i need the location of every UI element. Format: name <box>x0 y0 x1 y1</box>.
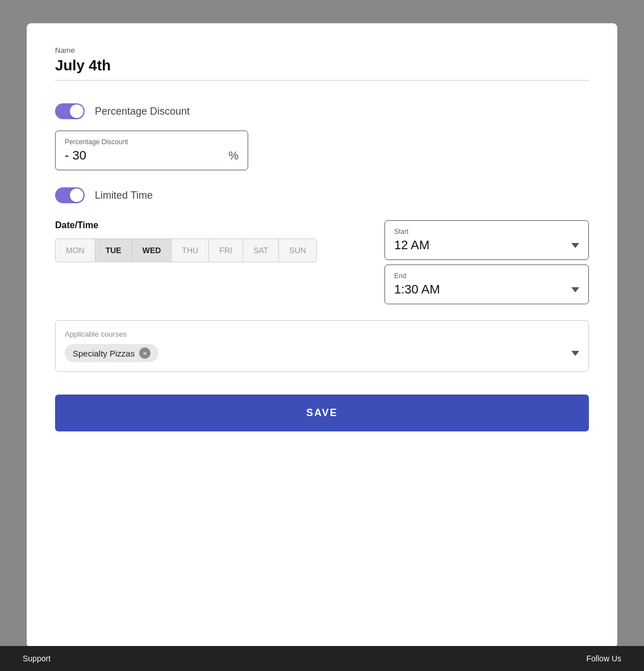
day-button-sun[interactable]: SUN <box>279 239 316 262</box>
courses-label: Applicable courses <box>65 330 579 338</box>
name-label: Name <box>55 46 589 54</box>
applicable-courses-section: Applicable courses Specialty Pizzas× <box>55 320 589 372</box>
end-time-row: 1:30 AM <box>394 282 579 297</box>
end-label: End <box>394 272 579 280</box>
datetime-section: Date/Time MONTUEWEDTHUFRISATSUN Start 12… <box>55 220 589 304</box>
start-time-value: 12 AM <box>394 238 429 253</box>
percentage-discount-toggle[interactable] <box>55 103 85 119</box>
day-button-tue[interactable]: TUE <box>95 239 132 262</box>
day-button-thu[interactable]: THU <box>172 239 209 262</box>
end-time-dropdown[interactable]: End 1:30 AM <box>384 265 589 304</box>
start-time-row: 12 AM <box>394 238 579 253</box>
day-button-wed[interactable]: WED <box>132 239 172 262</box>
start-time-dropdown[interactable]: Start 12 AM <box>384 220 589 260</box>
start-chevron-down-icon <box>571 243 579 248</box>
datetime-left: Date/Time MONTUEWEDTHUFRISATSUN <box>55 220 367 262</box>
toggle-knob-2 <box>70 188 83 202</box>
courses-row: Specialty Pizzas× <box>65 344 579 362</box>
course-tag-remove-button[interactable]: × <box>139 347 150 359</box>
day-button-sat[interactable]: SAT <box>243 239 279 262</box>
courses-chevron-down-icon[interactable] <box>571 351 579 356</box>
discount-percent: % <box>228 149 239 162</box>
limited-time-toggle[interactable] <box>55 187 85 203</box>
datetime-title: Date/Time <box>55 220 367 230</box>
bottom-bar: Support Follow Us <box>0 646 644 671</box>
percentage-discount-toggle-row: Percentage Discount <box>55 103 589 119</box>
course-tag-label: Specialty Pizzas <box>73 349 135 358</box>
tags-container: Specialty Pizzas× <box>65 344 158 362</box>
end-time-value: 1:30 AM <box>394 282 440 297</box>
follow-us-link[interactable]: Follow Us <box>587 654 621 663</box>
course-tag: Specialty Pizzas× <box>65 344 158 362</box>
name-value: July 4th <box>55 57 589 81</box>
modal: Name July 4th Percentage Discount Percen… <box>27 23 617 648</box>
save-button[interactable]: SAVE <box>55 395 589 431</box>
percentage-discount-box[interactable]: Percentage Discount - 30 % <box>55 131 248 170</box>
overlay: Name July 4th Percentage Discount Percen… <box>0 0 644 671</box>
toggle-knob <box>70 104 83 118</box>
end-chevron-down-icon <box>571 287 579 292</box>
name-section: Name July 4th <box>55 46 589 81</box>
start-label: Start <box>394 228 579 236</box>
discount-box-label: Percentage Discount <box>65 138 239 146</box>
days-row: MONTUEWEDTHUFRISATSUN <box>55 238 317 262</box>
datetime-right: Start 12 AM End 1:30 AM <box>384 220 589 304</box>
day-button-mon[interactable]: MON <box>56 239 95 262</box>
limited-time-label: Limited Time <box>95 190 153 202</box>
discount-input-row: - 30 % <box>65 148 239 163</box>
day-button-fri[interactable]: FRI <box>209 239 243 262</box>
support-link[interactable]: Support <box>23 654 51 663</box>
discount-value: - 30 <box>65 148 86 163</box>
percentage-discount-label: Percentage Discount <box>95 106 190 118</box>
limited-time-toggle-row: Limited Time <box>55 187 589 203</box>
